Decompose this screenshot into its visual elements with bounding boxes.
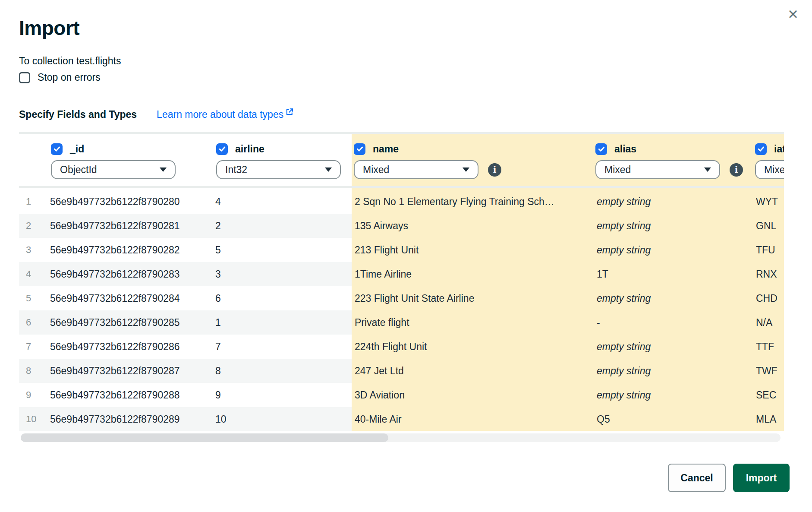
cell-alias: empty string — [595, 244, 754, 256]
cell-iata: TFU — [754, 244, 784, 256]
cell-name: 2 Sqn No 1 Elementary Flying Training Sc… — [353, 196, 595, 208]
row-number: 1 — [19, 196, 50, 207]
cell-airline: 8 — [215, 365, 353, 377]
cell-airline: 7 — [215, 341, 353, 353]
table-row: 7 56e9b497732b6122f8790286 7 224th Fligh… — [19, 335, 784, 359]
column-checkbox[interactable] — [595, 143, 607, 155]
type-select[interactable]: Mixed — [354, 160, 478, 179]
cell-iata: TTF — [754, 341, 784, 353]
type-select[interactable]: Int32 — [216, 160, 341, 179]
row-number: 9 — [19, 389, 50, 401]
table-row: 8 56e9b497732b6122f8790287 8 247 Jet Ltd… — [19, 359, 784, 383]
cell-name: 40-Mile Air — [353, 414, 595, 425]
column-checkbox[interactable] — [51, 143, 63, 155]
cell-name: 135 Airways — [353, 220, 595, 232]
stop-on-errors-label: Stop on errors — [38, 72, 101, 83]
cell-iata: WYT — [754, 196, 784, 208]
cell-id: 56e9b497732b6122f8790282 — [50, 244, 215, 256]
column-checkbox[interactable] — [354, 143, 365, 155]
cell-airline: 3 — [215, 269, 353, 280]
check-icon — [757, 145, 765, 153]
external-link-icon — [285, 107, 294, 119]
type-select-value: Int32 — [225, 164, 247, 176]
horizontal-scrollbar-thumb[interactable] — [21, 433, 388, 442]
chevron-down-icon — [325, 168, 332, 172]
cell-name: 3D Aviation — [353, 389, 595, 401]
learn-more-link[interactable]: Learn more about data types — [157, 109, 294, 120]
cell-alias: - — [595, 317, 754, 329]
cell-name: Private flight — [353, 317, 595, 329]
column-header: iata Mixed i — [754, 134, 784, 186]
cell-id: 56e9b497732b6122f8790286 — [50, 341, 215, 353]
column-label: alias — [614, 143, 636, 155]
close-icon[interactable]: ✕ — [785, 7, 801, 22]
cell-id: 56e9b497732b6122f8790285 — [50, 317, 215, 329]
table-row: 10 56e9b497732b6122f8790289 10 40-Mile A… — [19, 407, 784, 431]
preview-table: _id ObjectId airline Int32 — [19, 132, 784, 452]
cell-id: 56e9b497732b6122f8790280 — [50, 196, 215, 208]
column-header: alias Mixed i — [595, 134, 754, 186]
chevron-down-icon — [160, 168, 167, 172]
cell-airline: 6 — [215, 293, 353, 304]
row-number-header — [19, 134, 50, 186]
cell-iata: RNX — [754, 269, 784, 280]
row-number: 7 — [19, 341, 50, 352]
row-number: 8 — [19, 365, 50, 376]
row-number: 5 — [19, 293, 50, 304]
cell-iata: TWF — [754, 365, 784, 377]
table-row: 9 56e9b497732b6122f8790288 9 3D Aviation… — [19, 383, 784, 407]
table-row: 3 56e9b497732b6122f8790282 5 213 Flight … — [19, 238, 784, 262]
table-header: _id ObjectId airline Int32 — [19, 132, 784, 188]
row-number: 6 — [19, 317, 50, 328]
cell-airline: 10 — [215, 414, 353, 425]
table-row: 6 56e9b497732b6122f8790285 1 Private fli… — [19, 310, 784, 335]
stop-on-errors-row: Stop on errors — [19, 72, 101, 83]
table-row: 2 56e9b497732b6122f8790281 2 135 Airways… — [19, 214, 784, 238]
cell-name: 213 Flight Unit — [353, 244, 595, 256]
table-body: 1 56e9b497732b6122f8790280 4 2 Sqn No 1 … — [19, 190, 784, 431]
type-select-value: Mixed — [363, 164, 389, 176]
cell-alias: 1T — [595, 269, 754, 280]
check-icon — [598, 145, 605, 153]
column-checkbox[interactable] — [755, 143, 767, 155]
cell-id: 56e9b497732b6122f8790284 — [50, 293, 215, 304]
cell-alias: Q5 — [595, 414, 754, 425]
cell-airline: 5 — [215, 244, 353, 256]
cell-alias: empty string — [595, 389, 754, 401]
type-select[interactable]: ObjectId — [51, 160, 176, 179]
check-icon — [356, 145, 364, 153]
import-button[interactable]: Import — [733, 464, 790, 492]
table-row: 1 56e9b497732b6122f8790280 4 2 Sqn No 1 … — [19, 190, 784, 214]
cell-alias: empty string — [595, 365, 754, 377]
cell-name: 224th Flight Unit — [353, 341, 595, 353]
cell-alias: empty string — [595, 341, 754, 353]
stop-on-errors-checkbox[interactable] — [19, 72, 30, 83]
cell-id: 56e9b497732b6122f8790287 — [50, 365, 215, 377]
cancel-button[interactable]: Cancel — [668, 464, 726, 492]
chevron-down-icon — [463, 168, 469, 172]
row-number: 4 — [19, 269, 50, 280]
column-header: _id ObjectId — [50, 134, 215, 186]
column-label: airline — [235, 143, 264, 155]
row-number: 3 — [19, 244, 50, 256]
cell-airline: 2 — [215, 220, 353, 232]
cell-name: 1Time Airline — [353, 269, 595, 280]
horizontal-scrollbar-track[interactable] — [21, 433, 781, 442]
dialog-title: Import — [19, 16, 79, 40]
column-checkbox[interactable] — [216, 143, 228, 155]
chevron-down-icon — [704, 168, 711, 172]
table-row: 4 56e9b497732b6122f8790283 3 1Time Airli… — [19, 262, 784, 286]
type-select[interactable]: Mixed — [755, 160, 784, 179]
type-select[interactable]: Mixed — [595, 160, 720, 179]
cell-iata: N/A — [754, 317, 784, 329]
type-select-value: Mixed — [764, 164, 784, 176]
check-icon — [218, 145, 226, 153]
cell-iata: MLA — [754, 414, 784, 425]
type-info-icon[interactable]: i — [730, 163, 743, 177]
type-info-icon[interactable]: i — [488, 163, 501, 177]
cell-airline: 1 — [215, 317, 353, 329]
column-header: airline Int32 — [215, 134, 353, 186]
table-row: 5 56e9b497732b6122f8790284 6 223 Flight … — [19, 286, 784, 310]
cell-id: 56e9b497732b6122f8790288 — [50, 389, 215, 401]
cell-airline: 4 — [215, 196, 353, 208]
